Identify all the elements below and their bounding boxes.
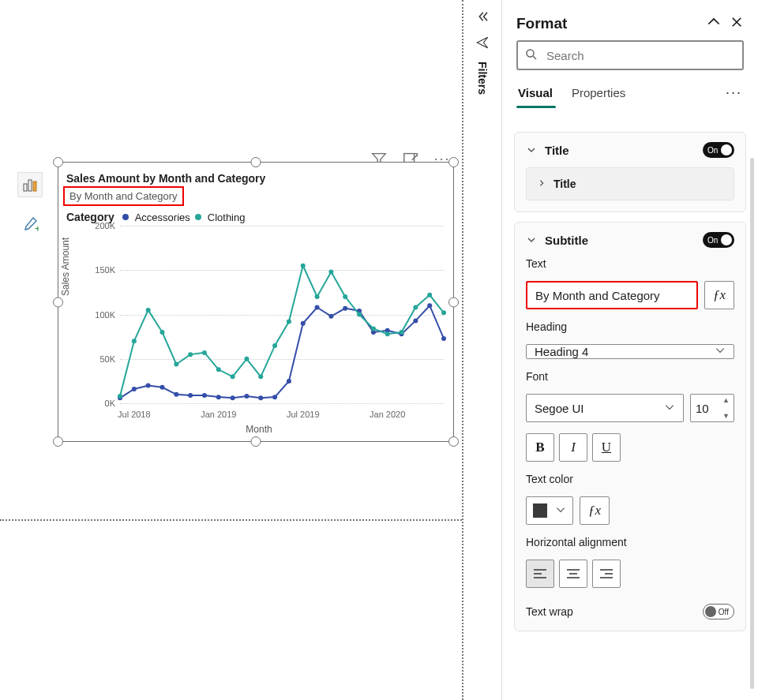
visual-types-button[interactable] [17, 172, 43, 197]
text-wrap-label: Text wrap [526, 605, 695, 618]
svg-point-38 [244, 357, 249, 361]
resize-handle[interactable] [53, 157, 63, 167]
svg-point-7 [146, 384, 151, 388]
italic-button[interactable]: I [559, 433, 587, 462]
visual-side-toolbar: + [17, 172, 43, 251]
chevron-down-icon [715, 345, 726, 358]
resize-handle[interactable] [448, 436, 459, 447]
svg-point-17 [287, 379, 291, 384]
expand-filters-icon[interactable] [474, 9, 491, 26]
text-color-picker[interactable] [526, 496, 573, 525]
y-tick-label: 200K [87, 221, 115, 230]
search-box[interactable] [516, 40, 744, 70]
section-subtitle-header[interactable]: Subtitle On [515, 223, 745, 257]
svg-point-39 [258, 374, 263, 379]
y-tick-label: 100K [87, 310, 115, 320]
x-tick-label: Jan 2019 [201, 410, 236, 419]
chart-legend: Category Accessories Clothing [58, 206, 453, 223]
tabs-more-icon[interactable]: ··· [726, 84, 742, 101]
pane-title: Format [516, 15, 698, 32]
filters-label[interactable]: Filters [476, 62, 489, 95]
section-title-header[interactable]: Title On [515, 133, 745, 167]
section-title-label: Title [545, 144, 695, 157]
title-subsection-label: Title [553, 178, 576, 190]
tab-visual[interactable]: Visual [516, 78, 554, 107]
legend-marker-accessories [122, 214, 129, 220]
title-toggle[interactable]: On [703, 142, 734, 158]
resize-handle[interactable] [251, 157, 261, 167]
filters-pin-icon[interactable] [475, 36, 490, 52]
svg-rect-2 [33, 182, 36, 191]
svg-point-35 [202, 350, 207, 355]
collapse-pane-icon[interactable] [706, 14, 722, 32]
format-visual-button[interactable]: + [17, 211, 43, 237]
report-canvas[interactable]: + ··· Sales Amount by Month and Category… [0, 0, 462, 700]
x-axis-title: Month [71, 424, 447, 435]
bold-button[interactable]: B [526, 433, 554, 462]
x-tick-label: Jul 2019 [287, 410, 320, 419]
resize-handle[interactable] [251, 436, 261, 447]
underline-button[interactable]: U [592, 433, 621, 462]
text-wrap-toggle[interactable]: Off [703, 604, 734, 620]
resize-handle[interactable] [448, 297, 459, 307]
subtitle-heading-label: Heading [526, 320, 734, 333]
svg-point-49 [400, 330, 404, 335]
svg-point-48 [385, 331, 390, 336]
legend-item-label: Clothing [208, 211, 246, 223]
section-subtitle-label: Subtitle [545, 234, 695, 247]
text-color-label: Text color [526, 473, 734, 485]
chart-visual[interactable]: Sales Amount by Month and Category By Mo… [58, 162, 454, 442]
svg-point-36 [216, 367, 221, 372]
format-pane: Format Visual Properties ··· Title On [501, 0, 758, 700]
subtitle-font-size-input[interactable]: 10 ▲▼ [690, 394, 734, 422]
svg-point-31 [146, 308, 151, 313]
svg-point-33 [174, 362, 178, 367]
svg-rect-4 [404, 154, 415, 163]
svg-point-30 [132, 339, 137, 343]
section-title: Title On Title [514, 132, 746, 212]
svg-point-46 [357, 313, 362, 317]
svg-point-26 [413, 318, 418, 323]
subtitle-text-fx-button[interactable]: ƒx [704, 281, 734, 309]
svg-point-43 [315, 294, 320, 299]
text-color-fx-button[interactable]: ƒx [580, 496, 610, 525]
tab-properties[interactable]: Properties [570, 78, 627, 107]
svg-point-50 [413, 305, 418, 310]
svg-point-41 [287, 320, 291, 324]
close-pane-icon[interactable] [730, 15, 744, 32]
svg-point-12 [216, 395, 221, 399]
align-center-button[interactable] [559, 560, 587, 588]
svg-point-15 [258, 395, 263, 400]
chevron-right-icon [538, 178, 546, 190]
svg-point-29 [118, 394, 122, 399]
resize-handle[interactable] [53, 297, 63, 307]
plot-area: 0K50K100K150K200K [120, 226, 444, 403]
svg-point-27 [427, 303, 432, 308]
spinner-icon[interactable]: ▲▼ [722, 396, 732, 420]
search-input[interactable] [545, 48, 736, 63]
resize-handle[interactable] [448, 157, 459, 167]
svg-point-34 [188, 352, 193, 357]
subtitle-font-label: Font [526, 370, 734, 383]
subtitle-text-input[interactable]: By Month and Category [526, 281, 698, 309]
svg-point-14 [244, 394, 249, 399]
svg-text:+: + [35, 223, 39, 233]
subtitle-font-family-select[interactable]: Segoe UI [526, 394, 684, 422]
resize-handle[interactable] [53, 436, 63, 447]
filters-collapsed-pane[interactable]: Filters [462, 0, 501, 700]
y-tick-label: 50K [87, 354, 115, 364]
chevron-down-icon [526, 145, 537, 155]
svg-point-37 [231, 374, 235, 379]
pane-scrollbar[interactable] [750, 158, 754, 689]
legend-marker-clothing [195, 214, 201, 220]
subtitle-text-label: Text [526, 257, 734, 270]
legend-item-label: Accessories [135, 211, 190, 223]
svg-point-21 [343, 306, 347, 311]
subtitle-toggle[interactable]: On [703, 232, 734, 248]
svg-point-40 [272, 343, 277, 348]
align-right-button[interactable] [592, 560, 621, 588]
title-subsection[interactable]: Title [526, 167, 734, 200]
subtitle-heading-select[interactable]: Heading 4 [526, 344, 734, 359]
align-left-button[interactable] [526, 560, 554, 588]
y-tick-label: 150K [87, 265, 115, 275]
